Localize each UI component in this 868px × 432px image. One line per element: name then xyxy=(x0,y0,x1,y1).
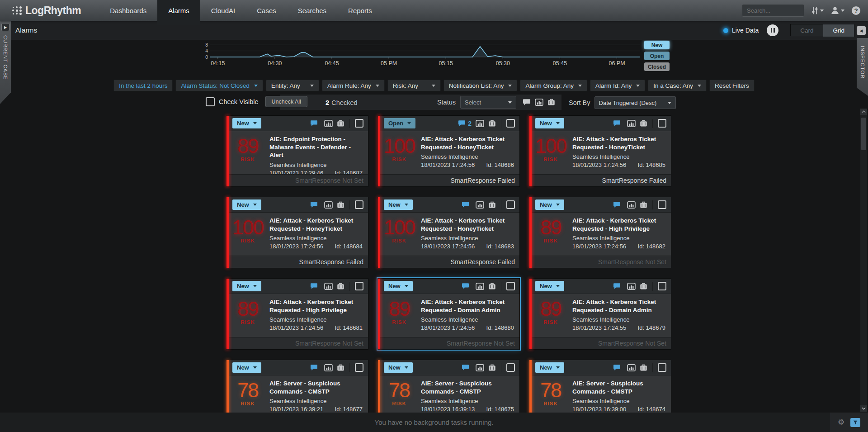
alarm-comments-badge[interactable] xyxy=(310,283,320,290)
filter-alarm-id-any[interactable]: Alarm Id: Any xyxy=(590,80,645,91)
user-menu-button[interactable] xyxy=(830,6,844,14)
help-button[interactable]: ? xyxy=(851,6,861,15)
alarm-card[interactable]: New 89 RISK AIE: Attack - Kerb xyxy=(226,278,368,350)
status-select[interactable]: Select xyxy=(460,96,516,109)
drilldown-chart-button[interactable] xyxy=(627,364,636,371)
drilldown-chart-button[interactable] xyxy=(476,120,484,127)
add-comment-button[interactable] xyxy=(523,99,531,106)
alarm-status-dropdown[interactable]: New xyxy=(535,199,564,210)
view-toggle-card[interactable]: Card xyxy=(790,24,823,36)
drilldown-chart-button[interactable] xyxy=(324,120,333,127)
drilldown-chart-button[interactable] xyxy=(324,364,333,371)
alarm-card[interactable]: New 100 RISK AIE: Attack - Ker xyxy=(226,197,368,268)
filter-reset-filters[interactable]: Reset Filters xyxy=(709,80,755,91)
select-alarm-checkbox[interactable] xyxy=(355,363,363,372)
add-to-case-button[interactable] xyxy=(488,283,496,290)
legend-chip-open[interactable]: Open xyxy=(644,52,670,60)
drilldown-chart-button[interactable] xyxy=(476,201,484,209)
select-alarm-checkbox[interactable] xyxy=(506,200,515,209)
drilldown-chart-button[interactable] xyxy=(627,120,636,127)
nav-tab-alarms[interactable]: Alarms xyxy=(157,0,200,21)
alarm-status-dropdown[interactable]: New xyxy=(384,362,413,373)
select-alarm-checkbox[interactable] xyxy=(658,282,666,290)
alarm-comments-badge[interactable] xyxy=(310,120,320,127)
alarm-status-dropdown[interactable]: New xyxy=(232,362,261,373)
filter-alarm-group-any[interactable]: Alarm Group: Any xyxy=(520,80,587,91)
alarm-card[interactable]: Open 2 100 RISK AIE: Attack - K xyxy=(377,115,520,187)
alarm-card[interactable]: New 89 RISK AIE: Endpoint Prot xyxy=(226,115,368,187)
filter-notification-list-any[interactable]: Notification List: Any xyxy=(443,80,518,91)
view-toggle-grid[interactable]: Grid xyxy=(823,24,854,37)
add-to-case-button[interactable] xyxy=(337,283,344,290)
inspector-tab[interactable]: INSPECTOR xyxy=(857,38,868,96)
alarm-comments-badge[interactable] xyxy=(613,364,623,371)
add-to-case-button[interactable] xyxy=(337,120,344,127)
scrollbar-thumb[interactable] xyxy=(861,118,866,150)
select-alarm-checkbox[interactable] xyxy=(506,363,515,372)
legend-chip-closed[interactable]: Closed xyxy=(644,62,670,71)
add-to-case-button[interactable] xyxy=(488,120,496,127)
search-input[interactable] xyxy=(742,4,804,17)
select-alarm-checkbox[interactable] xyxy=(355,119,363,128)
select-alarm-checkbox[interactable] xyxy=(658,200,666,209)
add-to-case-button[interactable] xyxy=(547,99,555,106)
current-case-expand-button[interactable]: ▶ xyxy=(1,23,9,31)
add-to-case-button[interactable] xyxy=(337,201,344,209)
alarm-card[interactable]: New 89 RISK AIE: Attack - Kerb xyxy=(529,278,671,350)
drilldown-chart-button[interactable] xyxy=(627,201,636,209)
nav-tab-searches[interactable]: Searches xyxy=(287,0,337,21)
alarm-card[interactable]: New 100 RISK AIE: Attack - Ker xyxy=(529,115,671,187)
alarm-status-dropdown[interactable]: New xyxy=(535,281,564,291)
nav-tab-cloudai[interactable]: CloudAI xyxy=(200,0,246,21)
alarm-status-dropdown[interactable]: New xyxy=(232,118,261,128)
drilldown-chart-button[interactable] xyxy=(324,283,333,290)
alarm-status-dropdown[interactable]: New xyxy=(232,199,261,210)
pause-live-button[interactable] xyxy=(767,24,778,36)
sort-select[interactable]: Date Triggered (Desc) xyxy=(594,96,676,109)
add-to-case-button[interactable] xyxy=(640,283,647,290)
alarm-card[interactable]: New 89 RISK AIE: Attack - Kerb xyxy=(529,197,671,268)
filter-tasks-button[interactable] xyxy=(850,418,860,427)
scroll-up-button[interactable] xyxy=(860,109,867,115)
uncheck-all-button[interactable]: Uncheck All xyxy=(265,96,307,107)
filter-risk-any[interactable]: Risk: Any xyxy=(387,80,441,91)
logrhythm-logo[interactable]: LogRhythm xyxy=(0,0,99,21)
select-alarm-checkbox[interactable] xyxy=(355,200,363,209)
alarm-comments-badge[interactable] xyxy=(462,283,472,290)
check-visible-checkbox[interactable] xyxy=(206,97,215,106)
add-to-case-button[interactable] xyxy=(640,364,647,371)
alarm-status-dropdown[interactable]: New xyxy=(535,118,564,128)
scroll-down-button[interactable] xyxy=(860,405,867,412)
gear-icon[interactable]: ⚙ xyxy=(838,418,844,427)
inspector-collapse-button[interactable]: ◀ xyxy=(857,26,866,35)
add-to-case-button[interactable] xyxy=(640,201,647,209)
alarm-status-dropdown[interactable]: New xyxy=(232,281,261,291)
nav-tab-dashboards[interactable]: Dashboards xyxy=(99,0,157,21)
alarm-status-dropdown[interactable]: New xyxy=(384,199,413,210)
add-to-case-button[interactable] xyxy=(488,201,496,209)
vertical-scrollbar[interactable] xyxy=(860,109,867,412)
alarm-comments-badge[interactable] xyxy=(613,120,623,127)
add-to-case-button[interactable] xyxy=(337,364,344,371)
filter-entity-any[interactable]: Entity: Any xyxy=(266,80,319,91)
nav-tab-cases[interactable]: Cases xyxy=(246,0,287,21)
filter-in-a-case-any[interactable]: In a Case: Any xyxy=(648,80,707,91)
drilldown-chart-button[interactable] xyxy=(476,364,484,371)
alarm-comments-badge[interactable] xyxy=(462,364,472,371)
current-case-tab[interactable]: ▶ CURRENT CASE xyxy=(0,21,11,104)
alarm-status-dropdown[interactable]: New xyxy=(384,281,413,291)
drilldown-chart-button[interactable] xyxy=(535,99,543,106)
alarm-comments-badge[interactable] xyxy=(613,201,623,208)
drilldown-chart-button[interactable] xyxy=(476,283,484,290)
filter-alarm-rule-any[interactable]: Alarm Rule: Any xyxy=(322,80,385,91)
drilldown-chart-button[interactable] xyxy=(627,283,636,290)
alarm-comments-badge[interactable] xyxy=(310,201,320,208)
nav-tab-reports[interactable]: Reports xyxy=(337,0,383,21)
select-alarm-checkbox[interactable] xyxy=(506,119,515,128)
alarm-status-dropdown[interactable]: Open xyxy=(384,118,415,128)
alarm-comments-badge[interactable]: 2 xyxy=(458,120,472,127)
alarm-card[interactable]: New 89 RISK AIE: Attack - Kerb xyxy=(377,278,520,350)
add-to-case-button[interactable] xyxy=(488,364,496,371)
filter-alarm-status-not-closed[interactable]: Alarm Status: Not Closed xyxy=(175,80,263,91)
filter-sliders-button[interactable] xyxy=(811,6,824,15)
